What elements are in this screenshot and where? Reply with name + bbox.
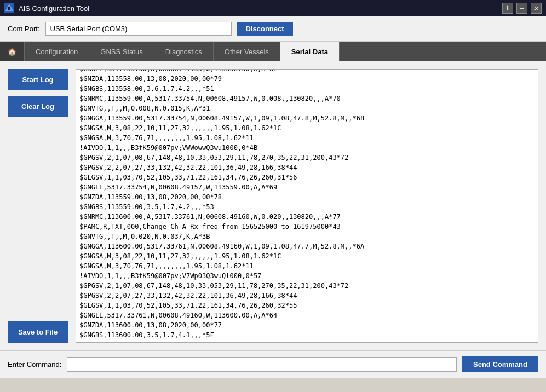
tab-gnss-status[interactable]: GNSS Status <box>89 42 154 61</box>
log-line: $GNZDA,113558.00,13,08,2020,00,00*79 <box>79 74 534 84</box>
log-line: $GNRMC,113559.00,A,5317.33754,N,00608.49… <box>79 94 534 103</box>
log-line: $GPGSV,2,1,07,08,67,148,48,10,33,053,29,… <box>79 281 534 291</box>
log-line: $GNGSA,M,3,08,22,10,11,27,32,,,,,,1.95,1… <box>79 251 534 261</box>
tab-serial-data[interactable]: Serial Data <box>280 42 340 61</box>
info-button[interactable]: ℹ <box>502 3 513 14</box>
log-line: $GNGLL,5317.33761,N,00608.49160,W,113600… <box>79 310 534 320</box>
tab-other-vessels[interactable]: Other Vessels <box>214 42 280 61</box>
log-line: $GNRMC,113600.00,A,5317.33761,N,00608.49… <box>79 212 534 222</box>
title-bar-controls: ℹ ─ ✕ <box>502 3 542 14</box>
log-area[interactable]: $GLGSV,1,1,03,70,52,105,33,71,22,161,34,… <box>76 69 538 343</box>
disconnect-button[interactable]: Disconnect <box>237 22 293 36</box>
log-line: $GNGBS,113558.00,3.6,1.7,4.2,,,*51 <box>79 84 534 94</box>
svg-rect-1 <box>8 7 10 10</box>
command-bar: Enter Command: Send Command <box>0 350 546 378</box>
main-content: Start Log Clear Log Save to File $GLGSV,… <box>0 61 546 350</box>
log-line: $GNGBS,113559.00,3.5,1.7,4.2,,,*53 <box>79 202 534 212</box>
tab-home[interactable]: 🏠 <box>0 42 25 61</box>
minimize-button[interactable]: ─ <box>516 3 527 14</box>
log-line: $GNGSA,M,3,08,22,10,11,27,32,,,,,,1.95,1… <box>79 123 534 133</box>
log-line: !AIVDO,1,1,,,B3fK59@007pv;V7Wp03Q3wuQl00… <box>79 271 534 281</box>
log-line: $GNGBS,113600.00,3.5,1.7,4.1,,,*5F <box>79 330 534 340</box>
send-command-button[interactable]: Send Command <box>462 356 538 372</box>
content-area: Start Log Clear Log Save to File $GLGSV,… <box>8 69 538 343</box>
log-line: $GLGSV,1,1,03,70,52,105,33,71,22,161,34,… <box>79 172 534 182</box>
log-line: $GNGGA,113600.00,5317.33761,N,00608.4916… <box>79 241 534 251</box>
start-log-button[interactable]: Start Log <box>8 69 68 90</box>
log-line: $GNVTG,,T,,M,0.020,N,0.037,K,A*3B <box>79 232 534 241</box>
home-icon: 🏠 <box>8 48 16 56</box>
title-bar-left: AIS Configuration Tool <box>4 3 89 13</box>
tab-serial-data-label: Serial Data <box>291 48 328 56</box>
log-line: $PAMC,R,TXT,000,Change Ch A Rx freq from… <box>79 222 534 232</box>
com-port-label: Com Port: <box>8 25 40 33</box>
com-port-input[interactable] <box>45 22 232 36</box>
log-line: $GLGSV,1,1,03,70,52,105,33,71,22,161,34,… <box>79 301 534 310</box>
nav-tabs: 🏠 Configuration GNSS Status Diagnostics … <box>0 42 546 61</box>
log-line: $GPGSV,2,2,07,27,33,132,42,32,22,101,36,… <box>79 291 534 301</box>
log-line: $GNGLL,5317.33754,N,00608.49157,W,113559… <box>79 182 534 192</box>
app-title: AIS Configuration Tool <box>19 4 89 13</box>
side-buttons-top: Start Log Clear Log <box>8 69 68 117</box>
command-label: Enter Command: <box>8 360 61 368</box>
com-port-bar: Com Port: Disconnect <box>0 16 546 42</box>
log-line: $GPGSV,2,2,07,27,33,132,42,32,22,101,36,… <box>79 163 534 172</box>
log-line: $GNZDA,113559.00,13,08,2020,00,00*78 <box>79 192 534 202</box>
log-line: $GNGLL,5317.33750,N,00608.49155,W,113558… <box>79 69 534 74</box>
side-buttons-bottom: Save to File <box>8 321 68 343</box>
log-line: $GNVTG,,T,,M,0.008,N,0.015,K,A*31 <box>79 103 534 113</box>
tab-configuration[interactable]: Configuration <box>25 42 89 61</box>
log-line: $GNZDA,113600.00,13,08,2020,00,00*77 <box>79 320 534 330</box>
app-icon <box>4 3 14 13</box>
tab-other-vessels-label: Other Vessels <box>225 48 269 56</box>
log-line: $GNGSA,M,3,70,76,71,,,,,,,,1.95,1.08,1.6… <box>79 261 534 271</box>
save-to-file-button[interactable]: Save to File <box>8 321 68 343</box>
tab-diagnostics-label: Diagnostics <box>165 48 202 56</box>
tab-diagnostics[interactable]: Diagnostics <box>154 42 214 61</box>
log-line: $GNGGA,113559.00,5317.33754,N,00608.4915… <box>79 113 534 123</box>
side-panel: Start Log Clear Log Save to File <box>8 69 68 343</box>
close-button[interactable]: ✕ <box>531 3 542 14</box>
clear-log-button[interactable]: Clear Log <box>8 96 68 117</box>
tab-configuration-label: Configuration <box>36 48 78 56</box>
log-line: $GPGSV,2,1,07,08,67,148,48,10,33,053,29,… <box>79 153 534 163</box>
log-line: $GNGSA,M,3,70,76,71,,,,,,,,1.95,1.08,1.6… <box>79 133 534 143</box>
command-input[interactable] <box>67 357 457 372</box>
title-bar: AIS Configuration Tool ℹ ─ ✕ <box>0 0 546 16</box>
log-line: !AIVDO,1,1,,,B3fK59@007pv;VWWowwQ3wu1000… <box>79 143 534 153</box>
tab-gnss-label: GNSS Status <box>100 48 142 56</box>
